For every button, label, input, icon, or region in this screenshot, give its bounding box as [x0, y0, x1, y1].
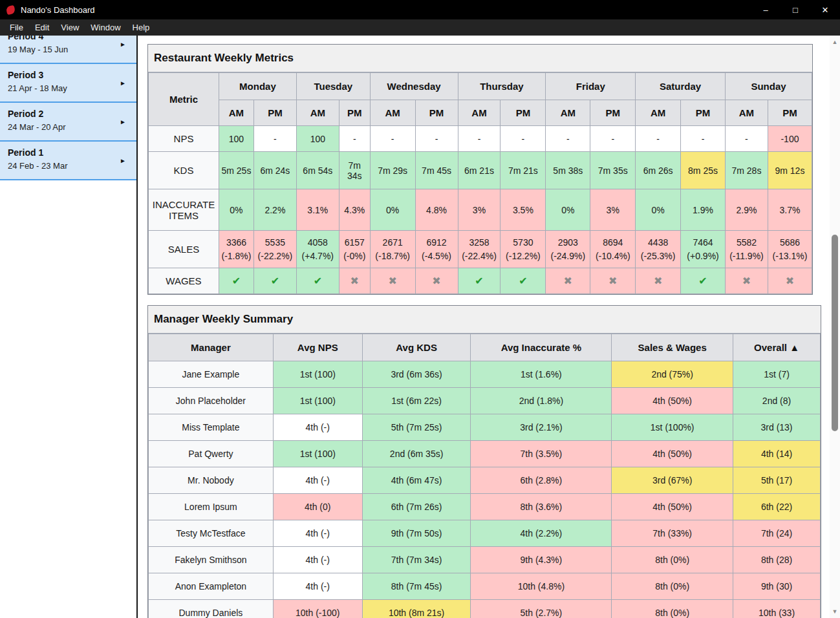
metric-cell: 5535(-22.2%)	[253, 231, 296, 268]
maximize-button[interactable]: □	[781, 0, 810, 19]
summary-cell: 4th (50%)	[612, 388, 733, 414]
metric-cell: 3%	[458, 189, 501, 231]
scrollbar[interactable]: ▲ ▼	[830, 36, 840, 618]
shift-header: AM	[636, 100, 681, 126]
app-icon	[6, 5, 16, 14]
metric-cell: -	[546, 126, 590, 152]
metric-cell: 3258(-22.4%)	[458, 231, 501, 268]
metric-cell: -	[415, 126, 458, 152]
summary-panel: Manager Weekly Summary Manager Avg NPS A…	[147, 305, 821, 618]
manager-name-cell: Testy McTestface	[149, 520, 274, 547]
scroll-up-icon[interactable]: ▲	[830, 37, 840, 47]
cross-icon: ✖	[608, 275, 617, 286]
metric-cell: -	[590, 126, 636, 152]
sales-delta: (-24.9%)	[547, 250, 588, 263]
sales-delta: (-12.2%)	[502, 250, 544, 263]
window-title: Nando's Dashboard	[21, 5, 95, 15]
metric-cell: 6m 21s	[458, 152, 501, 189]
summary-cell: 8th (28)	[733, 547, 821, 573]
sales-value: 3366	[221, 236, 252, 250]
summary-cell: 4th (50%)	[612, 441, 733, 467]
shift-header: PM	[501, 100, 546, 126]
menu-item-edit[interactable]: Edit	[29, 19, 55, 36]
summary-header-sales-wages[interactable]: Sales & Wages	[612, 334, 733, 361]
menu-item-file[interactable]: File	[4, 19, 29, 36]
menubar: File Edit View Window Help	[0, 19, 840, 36]
summary-cell: 9th (30)	[733, 573, 821, 600]
shift-header: PM	[590, 100, 636, 126]
table-row: Pat Qwerty 1st (100) 2nd (6m 35s) 7th (3…	[149, 441, 821, 467]
metric-cell: 8m 25s	[681, 152, 726, 189]
summary-cell: 1st (100)	[273, 361, 362, 388]
metric-cell: ✖	[590, 268, 636, 294]
sales-delta: (-0%)	[341, 250, 369, 263]
summary-cell: 4th (-)	[273, 467, 362, 494]
summary-header-avg-inaccurate[interactable]: Avg Inaccurate %	[471, 334, 612, 361]
summary-header-overall-sorted[interactable]: Overall ▲	[733, 334, 821, 361]
check-icon: ✔	[475, 275, 483, 286]
sidebar-item-period-1[interactable]: Period 1 24 Feb - 23 Mar ►	[0, 142, 136, 180]
metric-cell: 2903(-24.9%)	[546, 231, 590, 268]
sales-value: 6157	[341, 236, 369, 250]
sales-delta: (-11.9%)	[727, 250, 766, 263]
check-icon: ✔	[698, 275, 707, 286]
period-name: Period 4	[8, 36, 129, 43]
metric-cell: 7m 21s	[501, 152, 546, 189]
metric-cell: 0%	[636, 189, 681, 231]
sidebar: Period 4 19 May - 15 Jun ► Period 3 21 A…	[0, 36, 138, 618]
sales-delta: (+4.7%)	[298, 250, 338, 263]
shift-header: AM	[370, 100, 415, 126]
scrollbar-thumb[interactable]	[832, 235, 838, 431]
summary-header-avg-nps[interactable]: Avg NPS	[273, 334, 362, 361]
metric-cell: 100	[219, 126, 253, 152]
metric-cell: ✖	[546, 268, 590, 294]
manager-name-cell: Pat Qwerty	[149, 441, 274, 467]
metrics-table-title: Restaurant Weekly Metrics	[148, 45, 812, 72]
period-name: Period 3	[8, 69, 129, 81]
summary-header-manager[interactable]: Manager	[149, 334, 274, 361]
metric-cell: 8694(-10.4%)	[590, 231, 636, 268]
minimize-button[interactable]: –	[751, 0, 781, 19]
metric-cell: 5686(-13.1%)	[768, 231, 812, 268]
metrics-table: Metric Monday Tuesday Wednesday Thursday…	[148, 72, 812, 294]
metric-cell: ✖	[636, 268, 681, 294]
sidebar-item-period-2[interactable]: Period 2 24 Mar - 20 Apr ►	[0, 103, 136, 142]
menu-item-help[interactable]: Help	[127, 19, 156, 36]
metric-cell: ✖	[768, 268, 812, 294]
summary-cell: 3rd (2.1%)	[471, 414, 612, 441]
close-button[interactable]: ✕	[810, 0, 840, 19]
metric-row-label: NPS	[149, 126, 219, 152]
menu-item-window[interactable]: Window	[85, 19, 126, 36]
chevron-right-icon: ►	[120, 118, 126, 125]
sales-delta: (-10.4%)	[592, 250, 634, 263]
summary-cell: 10th (4.8%)	[471, 573, 612, 600]
summary-header-avg-kds[interactable]: Avg KDS	[362, 334, 471, 361]
main-content: Restaurant Weekly Metrics Metric Monday …	[138, 36, 840, 618]
summary-cell: 6th (22)	[733, 494, 821, 520]
metric-cell: 1.9%	[681, 189, 726, 231]
metric-cell: 4.8%	[415, 189, 458, 231]
sales-delta: (-22.2%)	[255, 250, 295, 263]
menu-item-view[interactable]: View	[55, 19, 85, 36]
day-header: Friday	[546, 73, 636, 100]
scroll-down-icon[interactable]: ▼	[830, 606, 840, 617]
metric-cell: 2671(-18.7%)	[370, 231, 415, 268]
summary-cell: 7th (33%)	[612, 520, 733, 547]
summary-cell: 4th (-)	[273, 520, 362, 547]
shift-header: PM	[681, 100, 726, 126]
summary-cell: 5th (2.7%)	[471, 600, 612, 618]
shift-header: AM	[546, 100, 590, 126]
metric-cell: 3.1%	[296, 189, 339, 231]
shift-header: PM	[768, 100, 812, 126]
summary-cell: 2nd (6m 35s)	[362, 441, 471, 467]
summary-cell: 6th (7m 26s)	[362, 494, 471, 520]
metric-cell: ✔	[458, 268, 501, 294]
summary-cell: 4th (0)	[273, 494, 362, 520]
metric-cell: ✔	[501, 268, 546, 294]
sidebar-item-period-4[interactable]: Period 4 19 May - 15 Jun ►	[0, 36, 136, 64]
metric-cell: 7m 35s	[590, 152, 636, 189]
sidebar-item-period-3[interactable]: Period 3 21 Apr - 18 May ►	[0, 64, 136, 103]
summary-cell: 10th (33)	[733, 600, 821, 618]
metric-cell: 6912(-4.5%)	[415, 231, 458, 268]
metric-cell: 4.3%	[339, 189, 370, 231]
